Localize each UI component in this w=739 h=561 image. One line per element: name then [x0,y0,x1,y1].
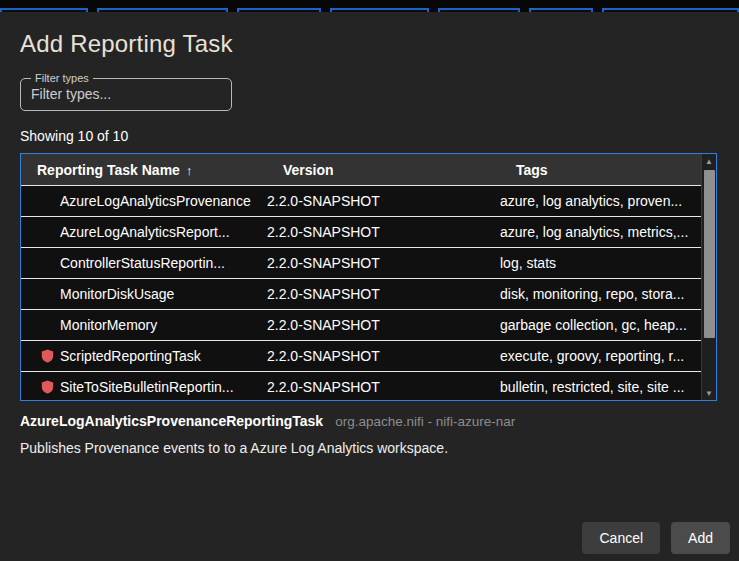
scroll-up-icon[interactable]: ▲ [702,154,716,168]
scrollbar-thumb[interactable] [704,170,715,338]
table-row[interactable]: ControllerStatusReportin... 2.2.0-SNAPSH… [21,248,716,279]
add-reporting-task-dialog: Add Reporting Task Filter types Showing … [0,0,739,561]
tags-cell: azure, log analytics, metrics,... [500,224,716,240]
canvas-component-outline [602,8,739,12]
version-cell: 2.2.0-SNAPSHOT [267,224,500,240]
task-name-cell: AzureLogAnalyticsReport... [21,224,267,240]
task-name: SiteToSiteBulletinReportin... [60,379,234,395]
tags-cell: garbage collection, gc, heap... [500,317,716,333]
filter-types-label: Filter types [31,72,93,84]
sort-ascending-icon: ↑ [186,163,193,178]
column-header-name[interactable]: Reporting Task Name↑ [21,162,267,178]
tags-cell: log, stats [500,255,716,271]
filter-types-input[interactable] [31,84,221,103]
table-header-row: Reporting Task Name↑ Version Tags [21,154,716,186]
tags-cell: azure, log analytics, proven... [500,193,716,209]
tags-cell: execute, groovy, reporting, r... [500,348,716,364]
dialog-content: Add Reporting Task Filter types Showing … [0,12,739,456]
version-cell: 2.2.0-SNAPSHOT [267,317,500,333]
table-row[interactable]: MonitorDiskUsage 2.2.0-SNAPSHOT disk, mo… [21,279,716,310]
filter-types-field: Filter types [20,72,232,111]
task-name: AzureLogAnalyticsReport... [60,224,230,240]
canvas-component-outline [438,8,520,12]
showing-count-text: Showing 10 of 10 [20,128,719,144]
selected-task-name: AzureLogAnalyticsProvenanceReportingTask [20,413,323,429]
task-name: ControllerStatusReportin... [60,255,225,271]
icon-spacer [41,194,54,208]
canvas-component-outline [529,8,593,12]
dialog-actions: Cancel Add [582,522,730,554]
restricted-shield-icon [41,349,54,363]
tags-cell: disk, monitoring, repo, stora... [500,286,716,302]
version-cell: 2.2.0-SNAPSHOT [267,286,500,302]
tags-cell: bulletin, restricted, site, site ... [500,379,716,395]
table-row[interactable]: MonitorMemory 2.2.0-SNAPSHOT garbage col… [21,310,716,341]
task-name: MonitorMemory [60,317,157,333]
dialog-title: Add Reporting Task [20,30,719,58]
canvas-component-outline [237,8,321,12]
selected-task-bundle: org.apache.nifi - nifi-azure-nar [335,414,515,429]
task-name-cell: MonitorDiskUsage [21,286,267,302]
version-cell: 2.2.0-SNAPSHOT [267,348,500,364]
version-cell: 2.2.0-SNAPSHOT [267,193,500,209]
version-cell: 2.2.0-SNAPSHOT [267,255,500,271]
canvas-component-outline [0,8,88,12]
task-name-cell: SiteToSiteBulletinReportin... [21,379,267,395]
column-header-version[interactable]: Version [267,162,500,178]
add-button[interactable]: Add [671,522,730,554]
icon-spacer [41,256,54,270]
canvas-component-outline [330,8,429,12]
scroll-down-icon[interactable]: ▼ [702,386,716,400]
icon-spacer [41,318,54,332]
task-name: MonitorDiskUsage [60,286,174,302]
selected-task-description: Publishes Provenance events to to a Azur… [20,440,719,456]
task-name: AzureLogAnalyticsProvenance [60,193,251,209]
cancel-button[interactable]: Cancel [582,522,660,554]
task-name-cell: MonitorMemory [21,317,267,333]
column-header-name-label: Reporting Task Name [37,162,180,178]
table-row[interactable]: SiteToSiteBulletinReportin... 2.2.0-SNAP… [21,372,716,401]
table-row[interactable]: ScriptedReportingTask 2.2.0-SNAPSHOT exe… [21,341,716,372]
icon-spacer [41,287,54,301]
task-name-cell: ScriptedReportingTask [21,348,267,364]
column-header-tags[interactable]: Tags [500,162,716,178]
restricted-shield-icon [41,380,54,394]
selected-task-line: AzureLogAnalyticsProvenanceReportingTask… [20,413,719,429]
task-name-cell: ControllerStatusReportin... [21,255,267,271]
background-canvas-strip [0,0,739,12]
icon-spacer [41,225,54,239]
table-scrollbar[interactable]: ▲ ▼ [701,154,716,400]
table-row[interactable]: AzureLogAnalyticsProvenance 2.2.0-SNAPSH… [21,186,716,217]
reporting-task-table: Reporting Task Name↑ Version Tags AzureL… [20,153,717,401]
canvas-component-outline [97,8,228,12]
version-cell: 2.2.0-SNAPSHOT [267,379,500,395]
task-name-cell: AzureLogAnalyticsProvenance [21,193,267,209]
task-name: ScriptedReportingTask [60,348,201,364]
table-row[interactable]: AzureLogAnalyticsReport... 2.2.0-SNAPSHO… [21,217,716,248]
